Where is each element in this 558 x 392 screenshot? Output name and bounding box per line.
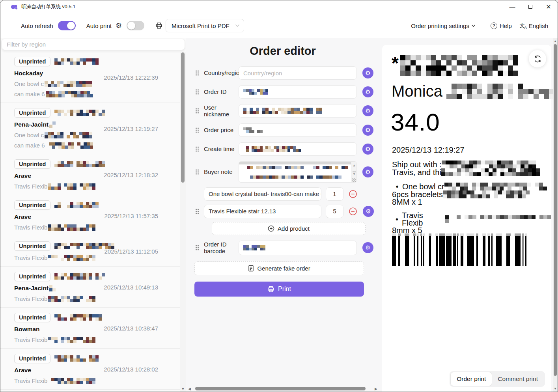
resize-grip-icon[interactable] bbox=[352, 178, 356, 182]
drag-handle-icon[interactable] bbox=[195, 70, 201, 76]
order-list-item[interactable]: UnprintedAraveTravis Flexib2025/12/13 12… bbox=[0, 154, 180, 195]
nickname-input[interactable] bbox=[239, 104, 357, 118]
nickname-settings-button[interactable]: ⚙ bbox=[362, 105, 373, 116]
remove-product-button[interactable] bbox=[349, 207, 357, 216]
order-list-item[interactable]: UnprintedHockadayOne bowl ccan make 6202… bbox=[0, 52, 180, 103]
buyer-note-textarea[interactable]: ▲ ▼ bbox=[239, 161, 357, 183]
order-desc-line: can make 6 bbox=[14, 142, 180, 149]
redacted-value bbox=[54, 355, 102, 362]
status-badge: Unprinted bbox=[14, 108, 50, 118]
drag-handle-icon[interactable] bbox=[195, 208, 201, 215]
order-desc-line: Travis Flexib bbox=[14, 295, 180, 302]
product-name-input[interactable]: One bowl crystal bead- travis00-can make… bbox=[204, 187, 321, 201]
drag-handle-icon[interactable] bbox=[195, 89, 201, 95]
order-timestamp: 2025/12/13 10:49:13 bbox=[104, 284, 158, 290]
redacted-value bbox=[45, 132, 92, 138]
editor-hscrollbar-thumb[interactable] bbox=[195, 387, 366, 390]
editor-hscrollbar[interactable]: ◀ ▶ bbox=[188, 386, 377, 391]
refresh-preview-button[interactable] bbox=[529, 50, 546, 67]
auto-refresh-label: Auto refresh bbox=[21, 22, 53, 29]
buyer-note-settings-button[interactable]: ⚙ bbox=[362, 166, 373, 177]
close-button[interactable]: ✕ bbox=[539, 0, 558, 13]
print-button[interactable]: Print bbox=[194, 282, 364, 297]
print-preview-panel: * Monica 34.0 2025/12/13 12:19:27 Ship o… bbox=[380, 38, 553, 392]
product-name: One bowl crystal bead- travis00-can make… bbox=[209, 190, 321, 197]
language-button[interactable]: 文A English bbox=[520, 22, 548, 30]
order-list-item[interactable]: UnprintedTravis Flexib2025/12/13 11:12:0… bbox=[0, 236, 180, 267]
filter-region-input[interactable] bbox=[2, 39, 185, 50]
printer-select[interactable]: Microsoft Print to PDF bbox=[166, 19, 244, 32]
product-qty-input[interactable]: 1 bbox=[326, 187, 343, 201]
scroll-right-arrow-icon[interactable]: ▶ bbox=[373, 387, 377, 391]
tab-order-print[interactable]: Order print bbox=[451, 372, 492, 386]
generate-fake-order-button[interactable]: Generate fake order bbox=[194, 261, 364, 275]
redacted-value bbox=[54, 202, 99, 208]
drag-handle-icon[interactable] bbox=[195, 146, 201, 152]
order-desc-line: can make 6 bbox=[14, 91, 180, 97]
help-icon: ? bbox=[491, 22, 497, 29]
price-settings-button[interactable]: ⚙ bbox=[362, 125, 373, 136]
redacted-value bbox=[446, 84, 558, 99]
chevron-down-icon bbox=[235, 24, 240, 27]
scroll-down-arrow-icon[interactable]: ▼ bbox=[553, 387, 558, 390]
field-country: Country/region ⚙ bbox=[195, 66, 373, 80]
order-desc-line: Travis Flexib bbox=[14, 183, 180, 190]
order-list-item[interactable]: UnprintedBowmanTravis Flexib2025/12/13 1… bbox=[0, 308, 180, 349]
minimize-button[interactable]: — bbox=[503, 0, 521, 13]
field-price: Order price ⚙ bbox=[195, 123, 373, 137]
window-vscrollbar[interactable]: ▲ ▼ bbox=[553, 38, 558, 392]
scroll-left-arrow-icon[interactable]: ◀ bbox=[188, 387, 193, 391]
barcode-input[interactable] bbox=[239, 241, 357, 255]
scroll-up-arrow-icon[interactable]: ▲ bbox=[351, 164, 357, 167]
order-list-item[interactable]: UnprintedAraveTravis Flexib2025/12/13 11… bbox=[0, 195, 180, 236]
redacted-value bbox=[243, 89, 268, 95]
drag-handle-icon[interactable] bbox=[195, 127, 201, 133]
products-settings-button[interactable]: ⚙ bbox=[363, 206, 374, 217]
window-vscrollbar-thumb[interactable] bbox=[554, 44, 557, 376]
order-editor-panel: Order editor Country/region ⚙ Order ID ⚙… bbox=[186, 38, 380, 392]
order-timestamp: 2025/12/13 10:38:47 bbox=[104, 325, 158, 331]
order-list-item[interactable]: UnprintedPena-JacintOne bowl ccan make 6… bbox=[0, 103, 180, 154]
scroll-up-arrow-icon[interactable]: ▲ bbox=[553, 39, 558, 43]
create-time-input[interactable] bbox=[239, 142, 357, 156]
create-time-settings-button[interactable]: ⚙ bbox=[362, 144, 373, 155]
order-list-item[interactable]: UnprintedPena-JacintTravis Flexib2025/12… bbox=[0, 267, 180, 308]
order-list-item[interactable]: UnprintedAraveTravis Flexib2025/12/13 10… bbox=[0, 349, 180, 390]
order-list-item[interactable]: UnprintedStubelOne bowl c2025/12/13 10:2… bbox=[0, 390, 180, 392]
redacted-value bbox=[49, 285, 56, 291]
drag-handle-icon[interactable] bbox=[195, 169, 201, 175]
country-input[interactable] bbox=[239, 66, 357, 80]
language-label: English bbox=[529, 22, 548, 29]
country-settings-button[interactable]: ⚙ bbox=[362, 67, 373, 78]
order-desc-line: One bowl c bbox=[14, 132, 180, 138]
order-desc-line: Travis Flexib bbox=[14, 336, 180, 343]
print-label: Print bbox=[278, 286, 291, 293]
textarea-vscrollbar[interactable]: ▲ ▼ bbox=[351, 162, 356, 182]
remove-product-button[interactable] bbox=[349, 190, 357, 198]
auto-refresh-toggle[interactable] bbox=[58, 21, 76, 30]
order-id-settings-button[interactable]: ⚙ bbox=[362, 86, 373, 97]
drag-handle-icon[interactable] bbox=[195, 245, 201, 251]
help-label: Help bbox=[500, 22, 512, 29]
sidebar-scrollbar-thumb[interactable] bbox=[181, 52, 185, 183]
auto-print-toggle[interactable] bbox=[127, 21, 144, 30]
buyer-name-line: Monica bbox=[392, 82, 558, 100]
textarea-hscrollbar[interactable] bbox=[239, 162, 351, 164]
scroll-down-arrow-icon[interactable]: ▼ bbox=[180, 387, 186, 391]
sidebar-scrollbar[interactable]: ▼ bbox=[180, 52, 186, 392]
product-qty-input[interactable]: 5 bbox=[326, 205, 343, 218]
product-name-input[interactable]: Travis Flexible stair 12.13 bbox=[204, 205, 321, 218]
tab-comment-print[interactable]: Comment print bbox=[492, 372, 544, 386]
order-timestamp: 2025/12/13 12:19:27 bbox=[104, 125, 158, 132]
price-input[interactable] bbox=[239, 123, 357, 137]
order-id-input[interactable] bbox=[239, 85, 357, 99]
add-product-button[interactable]: Add product bbox=[212, 222, 366, 235]
barcode-settings-button[interactable]: ⚙ bbox=[362, 242, 373, 253]
drag-handle-icon[interactable] bbox=[195, 108, 201, 114]
order-printing-settings-button[interactable]: Order printing settings bbox=[411, 22, 476, 29]
scroll-down-arrow-icon[interactable]: ▼ bbox=[351, 172, 357, 176]
auto-print-settings-gear-icon[interactable]: ⚙ bbox=[116, 22, 122, 29]
maximize-button[interactable] bbox=[521, 0, 539, 13]
field-order-id: Order ID ⚙ bbox=[195, 85, 373, 99]
help-button[interactable]: ? Help bbox=[491, 22, 512, 29]
